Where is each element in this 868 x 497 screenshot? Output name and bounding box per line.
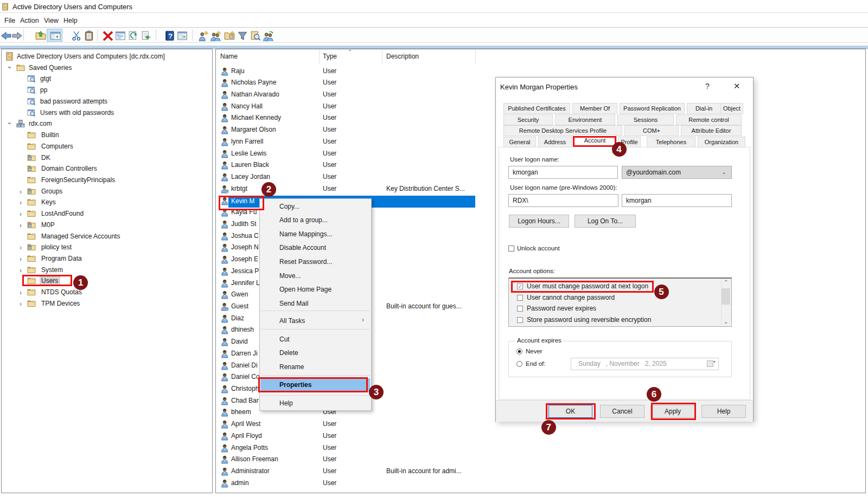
svg-text:?: ? [168, 32, 173, 40]
